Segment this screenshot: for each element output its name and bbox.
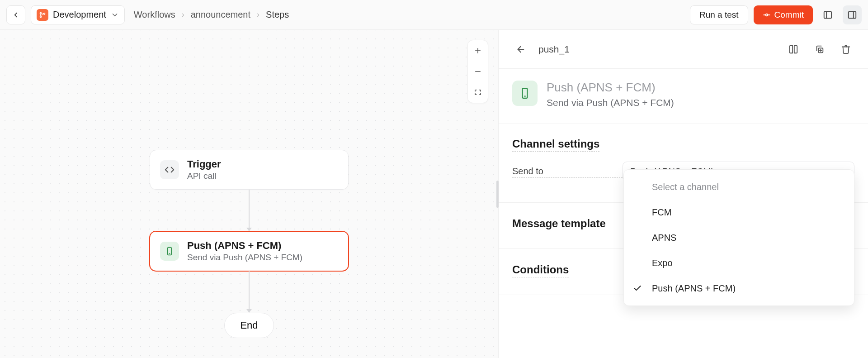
book-icon: [788, 44, 798, 54]
maximize-icon: [474, 88, 482, 96]
option-placeholder[interactable]: Select a channel: [624, 174, 854, 200]
phone-icon: [160, 242, 179, 261]
svg-rect-8: [849, 11, 856, 18]
main: Trigger API call Push (APNS + FCM) Send …: [0, 30, 868, 358]
breadcrumb-workflows[interactable]: Workflows: [134, 10, 175, 20]
hero-title: Push (APNS + FCM): [547, 81, 674, 95]
trigger-node-text: Trigger API call: [187, 158, 221, 181]
trigger-node[interactable]: Trigger API call: [150, 150, 349, 190]
delete-button[interactable]: [837, 41, 854, 58]
channel-settings-title: Channel settings: [512, 138, 599, 152]
environment-label: Development: [53, 10, 106, 20]
push-node-text: Push (APNS + FCM) Send via Push (APNS + …: [187, 240, 302, 263]
send-to-label: Send to: [512, 166, 623, 178]
docs-button[interactable]: [785, 41, 802, 58]
option-label: Push (APNS + FCM): [652, 283, 736, 294]
zoom-controls: [467, 40, 488, 103]
workflow-flow: Trigger API call Push (APNS + FCM) Send …: [150, 150, 349, 338]
zoom-in-button[interactable]: [468, 40, 488, 61]
breadcrumb: Workflows › announcement › Steps: [134, 10, 289, 20]
hero-text: Push (APNS + FCM) Send via Push (APNS + …: [547, 81, 674, 108]
chevron-right-icon: ›: [257, 10, 259, 19]
panel-back-button[interactable]: [512, 41, 529, 58]
back-button[interactable]: [6, 5, 25, 24]
copy-icon: [815, 44, 825, 54]
trigger-subtitle: API call: [187, 171, 221, 181]
step-panel: push_1 Push (APNS + FCM) Send via Push (…: [499, 30, 868, 358]
option-apns[interactable]: APNS: [624, 225, 854, 250]
commit-button[interactable]: Commit: [754, 5, 813, 24]
conditions-title: Conditions: [512, 263, 569, 277]
panel-header: push_1: [499, 30, 868, 69]
environment-selector[interactable]: Development: [31, 5, 125, 24]
arrow-left-icon: [516, 44, 526, 54]
chevron-right-icon: ›: [182, 10, 184, 19]
edge: [249, 271, 250, 313]
end-node[interactable]: End: [224, 313, 274, 338]
option-fcm[interactable]: FCM: [624, 200, 854, 225]
option-expo[interactable]: Expo: [624, 250, 854, 276]
channel-settings-section: Channel settings Send to Push (APNS + FC…: [499, 124, 868, 203]
step-key: push_1: [538, 44, 776, 55]
trash-icon: [841, 44, 851, 54]
right-panel-toggle[interactable]: [843, 5, 862, 24]
panel-hero: Push (APNS + FCM) Send via Push (APNS + …: [499, 69, 868, 124]
sidebar-right-icon: [847, 10, 857, 20]
push-title: Push (APNS + FCM): [187, 240, 302, 252]
minus-icon: [474, 67, 482, 76]
plus-icon: [474, 47, 482, 55]
zoom-out-button[interactable]: [468, 61, 488, 82]
hero-subtitle: Send via Push (APNS + FCM): [547, 97, 674, 108]
phone-icon: [512, 81, 538, 106]
commit-label: Commit: [774, 10, 804, 20]
workflow-canvas[interactable]: Trigger API call Push (APNS + FCM) Send …: [0, 30, 499, 358]
message-template-title: Message template: [512, 217, 606, 231]
push-subtitle: Send via Push (APNS + FCM): [187, 253, 302, 263]
chevron-left-icon: [12, 11, 20, 19]
left-panel-toggle[interactable]: [818, 5, 837, 24]
chevron-down-icon: [111, 11, 119, 19]
fit-view-button[interactable]: [468, 82, 488, 103]
breadcrumb-steps[interactable]: Steps: [266, 10, 289, 20]
branch-icon: [37, 9, 48, 21]
top-bar: Development Workflows › announcement › S…: [0, 0, 868, 30]
breadcrumb-announcement[interactable]: announcement: [191, 10, 250, 20]
trigger-title: Trigger: [187, 158, 221, 170]
commit-icon: [763, 11, 771, 19]
sidebar-left-icon: [823, 10, 833, 20]
send-to-dropdown: Select a channel FCM APNS Expo Push (APN…: [623, 169, 854, 306]
duplicate-button[interactable]: [811, 41, 828, 58]
edge: [249, 190, 250, 231]
code-icon: [160, 160, 179, 179]
check-icon: [633, 284, 642, 293]
run-test-button[interactable]: Run a test: [690, 5, 748, 24]
option-push-apns-fcm[interactable]: Push (APNS + FCM): [624, 276, 854, 301]
push-node[interactable]: Push (APNS + FCM) Send via Push (APNS + …: [150, 231, 349, 271]
svg-rect-6: [824, 11, 832, 18]
